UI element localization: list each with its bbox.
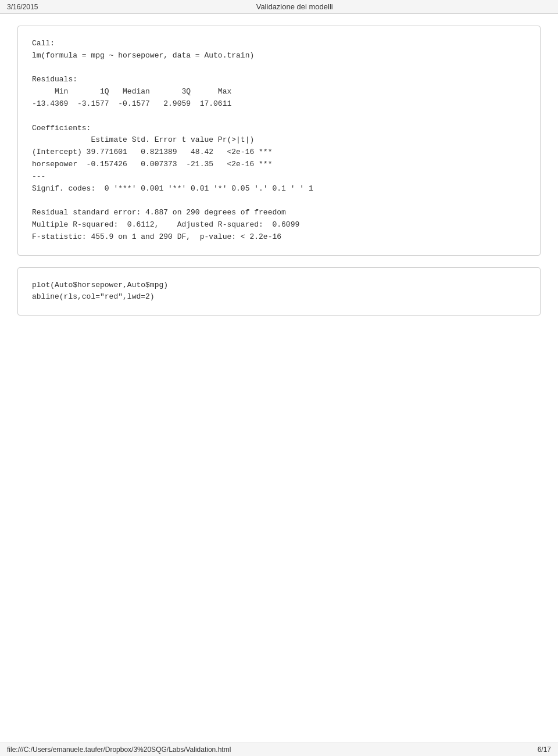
filepath-label: file:///C:/Users/emanuele.taufer/Dropbox… [7,746,231,754]
page-title: Validazione dei modelli [256,2,333,11]
main-content: Call: lm(formula = mpg ~ horsepower, dat… [0,14,558,339]
date-label: 3/16/2015 [7,3,38,11]
code-block-1: Call: lm(formula = mpg ~ horsepower, dat… [17,26,541,256]
code-block-2: plot(Auto$horsepower,Auto$mpg) abline(rl… [17,267,541,316]
bottom-bar: file:///C:/Users/emanuele.taufer/Dropbox… [0,743,558,756]
top-bar: 3/16/2015 Validazione dei modelli [0,0,558,14]
pagination-label: 6/17 [538,746,551,754]
